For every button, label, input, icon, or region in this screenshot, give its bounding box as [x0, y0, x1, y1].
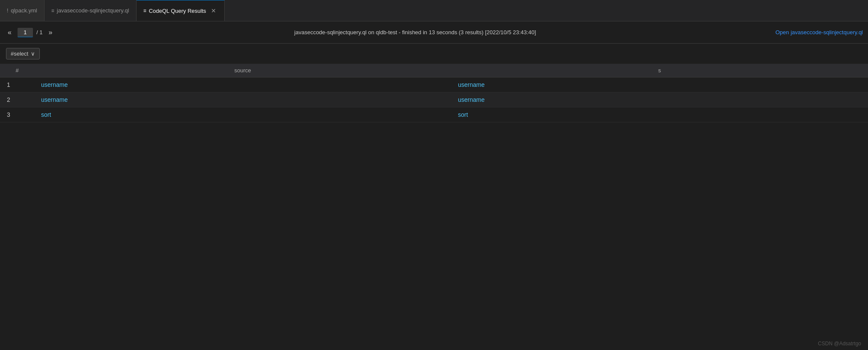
prev-button[interactable]: « [5, 27, 14, 38]
tab-qlpack[interactable]: ! qlpack.yml [0, 0, 45, 21]
select-section: #select ∨ [0, 44, 868, 64]
col-header-source: source [34, 64, 451, 77]
col-header-sink: s [451, 64, 868, 77]
tab-javaseccode[interactable]: ≡ javaseccode-sqlinjectquery.ql [45, 0, 137, 21]
open-file-link[interactable]: Open javaseccode-sqlinjectquery.ql [776, 29, 863, 36]
cell-num: 3 [0, 107, 34, 122]
page-input[interactable] [18, 28, 33, 37]
results-table: # source s 1usernameusername2usernameuse… [0, 64, 868, 122]
results-table-container: # source s 1usernameusername2usernameuse… [0, 64, 868, 122]
cell-source[interactable]: username [34, 92, 451, 107]
chevron-down-icon: ∨ [31, 50, 35, 57]
qlpack-icon: ! [7, 8, 8, 14]
cell-num: 1 [0, 77, 34, 92]
tab-results[interactable]: ≡ CodeQL Query Results ✕ [137, 0, 225, 21]
toolbar: « / 1 » javaseccode-sqlinjectquery.ql on… [0, 21, 868, 44]
cell-sink[interactable]: sort [451, 107, 868, 122]
table-row: 2usernameusername [0, 92, 868, 107]
javaseccode-icon: ≡ [51, 8, 54, 14]
watermark: CSDN @Adsatrtgo [818, 341, 861, 347]
tab-results-label: CodeQL Query Results [149, 8, 206, 14]
select-label: #select [11, 50, 28, 57]
cell-source[interactable]: username [34, 77, 451, 92]
tab-qlpack-label: qlpack.yml [11, 7, 37, 14]
next-button[interactable]: » [46, 27, 55, 38]
tab-bar: ! qlpack.yml ≡ javaseccode-sqlinjectquer… [0, 0, 868, 21]
status-text: javaseccode-sqlinjectquery.ql on qldb-te… [58, 29, 772, 36]
col-header-num: # [0, 64, 34, 77]
cell-source[interactable]: sort [34, 107, 451, 122]
table-row: 3sortsort [0, 107, 868, 122]
select-dropdown[interactable]: #select ∨ [6, 48, 40, 59]
cell-sink[interactable]: username [451, 77, 868, 92]
table-header-row: # source s [0, 64, 868, 77]
results-icon: ≡ [143, 8, 146, 14]
tab-javaseccode-label: javaseccode-sqlinjectquery.ql [57, 7, 129, 14]
table-row: 1usernameusername [0, 77, 868, 92]
cell-num: 2 [0, 92, 34, 107]
page-total: / 1 [36, 29, 42, 36]
cell-sink[interactable]: username [451, 92, 868, 107]
close-icon[interactable]: ✕ [210, 7, 217, 15]
